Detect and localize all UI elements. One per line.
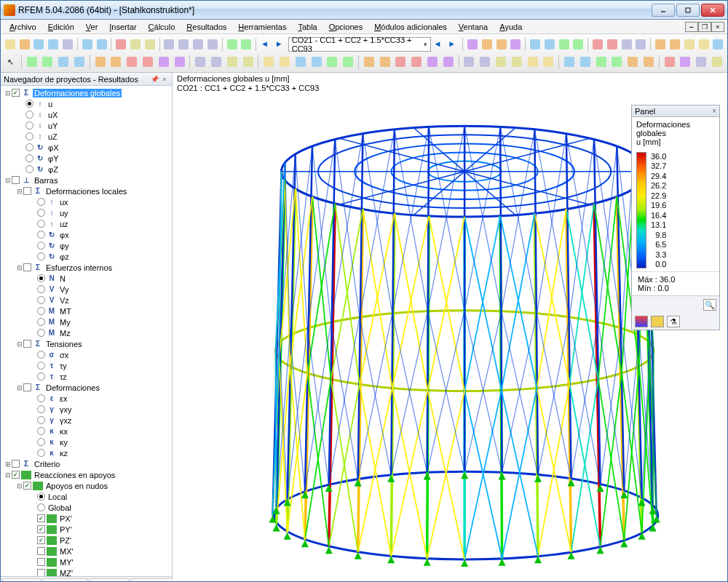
mdi-minimize-button[interactable]: ‒ xyxy=(685,22,698,32)
navtab-vistas[interactable]: Vistas xyxy=(90,578,130,582)
tb-open-icon[interactable] xyxy=(18,37,31,52)
menu-insertar[interactable]: Insertar xyxy=(103,21,142,33)
tree-dl-phiz[interactable]: φz xyxy=(58,252,71,261)
tb2-k3-icon[interactable] xyxy=(694,55,708,69)
tb2-j6-icon[interactable] xyxy=(641,55,656,69)
tree-ux[interactable]: uX xyxy=(47,111,59,119)
tb-cut-icon[interactable] xyxy=(114,37,127,52)
menu-ver[interactable]: Ver xyxy=(80,21,104,33)
tb-next-icon[interactable]: ► xyxy=(274,37,287,52)
tb2-f2-icon[interactable] xyxy=(209,55,223,69)
tree-esf-vy[interactable]: Vy xyxy=(58,285,70,294)
tb-zoom-icon[interactable] xyxy=(177,37,190,52)
tb-redo-icon[interactable] xyxy=(95,37,108,52)
tree-ap-global[interactable]: Global xyxy=(47,503,73,512)
model-viewport[interactable]: Deformaciones globales u [mm] CO21 : CC1… xyxy=(173,73,727,582)
tree-barras[interactable]: Barras xyxy=(33,176,59,185)
tree-uy[interactable]: uY xyxy=(47,121,59,130)
tree-dl-phix[interactable]: φx xyxy=(58,231,71,239)
tb-b3-icon[interactable] xyxy=(558,37,571,52)
tb2-h5-icon[interactable] xyxy=(425,55,440,69)
close-button[interactable] xyxy=(701,4,724,17)
menu-edicion[interactable]: Edición xyxy=(42,21,80,33)
tb2-i1-icon[interactable] xyxy=(462,55,477,69)
tree-uz[interactable]: uZ xyxy=(47,132,59,141)
tree-def-gxy[interactable]: γxy xyxy=(58,405,74,414)
tb-d2-icon[interactable] xyxy=(668,37,681,52)
tb-a2-icon[interactable] xyxy=(480,37,494,52)
tree-esf-mt[interactable]: MT xyxy=(58,307,73,316)
tree-dl-uz[interactable]: uz xyxy=(58,220,70,228)
tree-esf-vz[interactable]: Vz xyxy=(58,296,71,305)
nav-pin-icon[interactable]: 📌 xyxy=(150,75,159,84)
tree-esf-mz[interactable]: Mz xyxy=(58,329,72,338)
tb-d3-icon[interactable] xyxy=(683,37,696,52)
tree-phiz[interactable]: φZ xyxy=(47,165,60,174)
tb-b4-icon[interactable] xyxy=(572,37,585,52)
menu-herramientas[interactable]: Herramientas xyxy=(232,21,292,33)
tree-def-ex[interactable]: εx xyxy=(58,394,68,403)
tree-apoyos[interactable]: Apoyos en nudos xyxy=(44,482,109,490)
tb2-k2-icon[interactable] xyxy=(678,55,693,69)
tree-def-kz[interactable]: κz xyxy=(58,449,69,458)
tree-dl-phiy[interactable]: φy xyxy=(58,242,71,250)
menu-opciones[interactable]: Opciones xyxy=(323,21,368,33)
tree-phiy[interactable]: φY xyxy=(47,154,60,163)
panel-tab1-icon[interactable] xyxy=(635,316,648,327)
tb2-f3-icon[interactable] xyxy=(225,55,240,69)
tb-paste-icon[interactable] xyxy=(143,37,157,52)
tb-c3-icon[interactable] xyxy=(620,37,633,52)
tb-lc-prev-icon[interactable]: ◄ xyxy=(432,37,446,52)
nav-close-icon[interactable]: × xyxy=(160,75,169,84)
tb-d5-icon[interactable] xyxy=(711,37,724,52)
tree-deformaciones-globales[interactable]: Deformaciones globales xyxy=(33,89,122,97)
tb-c1-icon[interactable] xyxy=(591,37,604,52)
tb2-e3-icon[interactable] xyxy=(124,55,139,69)
tb2-h1-icon[interactable] xyxy=(362,55,376,69)
tb2-g5-icon[interactable] xyxy=(325,55,339,69)
tree-ten-ty[interactable]: τy xyxy=(58,362,68,370)
tb2-g1-icon[interactable] xyxy=(261,55,276,69)
tree-dl-uy[interactable]: uy xyxy=(58,209,70,218)
tree-u[interactable]: u xyxy=(47,100,54,108)
tree-dl-ux[interactable]: ux xyxy=(58,198,70,207)
tb-a1-icon[interactable] xyxy=(466,37,479,52)
tb-prev-icon[interactable]: ◄ xyxy=(259,37,272,52)
tb-c4-icon[interactable] xyxy=(635,37,648,52)
tb-find-icon[interactable] xyxy=(163,37,176,52)
tb2-g2-icon[interactable] xyxy=(277,55,292,69)
tb2-i5-icon[interactable] xyxy=(526,55,540,69)
tb-undo-icon[interactable] xyxy=(81,37,94,52)
tb2-j3-icon[interactable] xyxy=(594,55,609,69)
tree-ap-py[interactable]: PY' xyxy=(58,525,74,534)
tree-esf-my[interactable]: My xyxy=(58,318,72,327)
tb-new-icon[interactable] xyxy=(4,37,17,52)
tb2-j1-icon[interactable] xyxy=(562,55,577,69)
tree-ap-px[interactable]: PX' xyxy=(58,514,74,523)
tb2-e1-icon[interactable] xyxy=(93,55,108,69)
tree-ten-sx[interactable]: σx xyxy=(58,351,70,359)
menu-ayuda[interactable]: Ayuda xyxy=(494,21,528,33)
panel-zoom-icon[interactable]: 🔍 xyxy=(703,299,716,311)
mdi-close-button[interactable]: × xyxy=(711,22,724,32)
tb-b2-icon[interactable] xyxy=(543,37,556,52)
tree-phix[interactable]: φX xyxy=(47,143,60,152)
tb-d4-icon[interactable] xyxy=(697,37,711,52)
tree-esfuerzos[interactable]: Esfuerzos internos xyxy=(44,263,114,272)
tb2-k4-icon[interactable] xyxy=(710,55,724,69)
tb2-g6-icon[interactable] xyxy=(341,55,355,69)
tb2-g4-icon[interactable] xyxy=(309,55,324,69)
tree-def-gxz[interactable]: γxz xyxy=(58,416,74,425)
panel-close-icon[interactable]: × xyxy=(712,107,716,115)
tb-d1-icon[interactable] xyxy=(654,37,667,52)
tb2-h4-icon[interactable] xyxy=(409,55,424,69)
navtab-mostrar[interactable]: Mostrar xyxy=(43,578,88,582)
tb-a3-icon[interactable] xyxy=(495,37,508,52)
tb2-member-icon[interactable] xyxy=(56,55,71,69)
panel-tab3-icon[interactable]: ⚗ xyxy=(667,316,680,327)
tb2-g3-icon[interactable] xyxy=(293,55,308,69)
tb2-h2-icon[interactable] xyxy=(378,55,392,69)
tb-refresh-icon[interactable] xyxy=(226,37,239,52)
menu-archivo[interactable]: Archivo xyxy=(4,21,42,33)
tree-def-locales[interactable]: Deformaciones locales xyxy=(44,187,128,196)
